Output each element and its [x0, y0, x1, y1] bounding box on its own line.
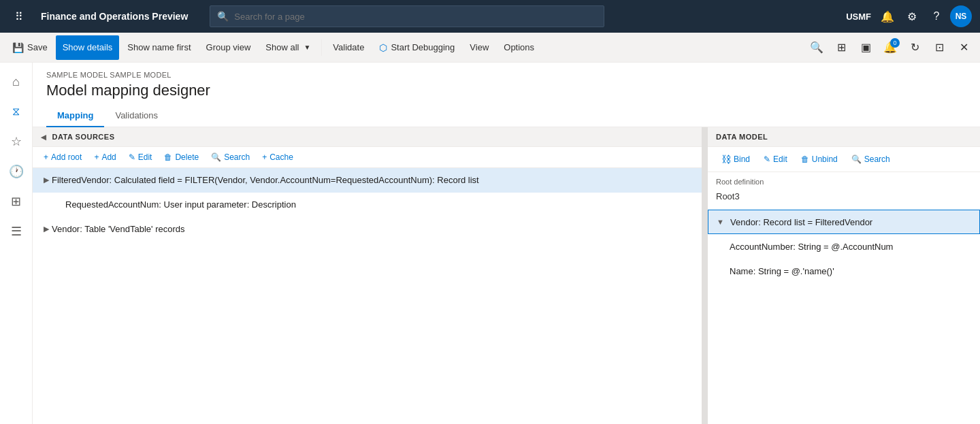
right-tree-text-0: Vendor: Record list = FilteredVendor	[730, 217, 872, 227]
toolbar-right-icons: 🔍 ⊞ ▣ 🔔 0 ↻ ⊡ ✕	[806, 37, 975, 59]
bind-button[interactable]: ⛓ Bind	[716, 151, 755, 167]
edit-left-button[interactable]: ✎ Edit	[123, 150, 158, 165]
global-search[interactable]: 🔍	[210, 5, 604, 27]
tab-validations[interactable]: Validations	[104, 105, 169, 127]
right-tree-text-2: Name: String = @.'name()'	[730, 266, 834, 276]
left-pane: ◀ DATA SOURCES + Add root + Add ✎	[33, 127, 704, 424]
apps-icon[interactable]: ⠿	[8, 5, 30, 27]
left-pane-toolbar: + Add root + Add ✎ Edit 🗑 Delete	[33, 147, 702, 168]
sidebar-filter-icon[interactable]: ⧖	[3, 98, 30, 125]
show-all-dropdown-arrow: ▼	[304, 44, 310, 51]
edit-right-icon: ✎	[764, 154, 770, 164]
main-layout: ⌂ ⧖ ☆ 🕐 ⊞ ☰ SAMPLE MODEL SAMPLE MODEL Mo…	[0, 63, 980, 424]
breadcrumb: SAMPLE MODEL SAMPLE MODEL	[46, 71, 966, 79]
sidebar-favorites-icon[interactable]: ☆	[3, 128, 30, 155]
open-new-icon[interactable]: ⊡	[928, 37, 950, 59]
save-button[interactable]: 💾 Save	[5, 35, 54, 60]
layout-icon[interactable]: ▣	[855, 37, 877, 59]
cache-icon: +	[262, 152, 267, 162]
add-icon: +	[94, 152, 99, 162]
right-pane-toolbar: ⛓ Bind ✎ Edit 🗑 Unbind 🔍 Search	[708, 147, 980, 172]
add-button[interactable]: + Add	[88, 150, 121, 165]
options-button[interactable]: Options	[497, 35, 541, 60]
root-definition-label: Root definition	[708, 172, 980, 189]
refresh-icon[interactable]: ↻	[904, 37, 926, 59]
tree-item[interactable]: ▶ FilteredVendor: Calculated field = FIL…	[33, 168, 702, 193]
show-details-button[interactable]: Show details	[56, 35, 120, 60]
save-icon: 💾	[12, 42, 24, 53]
tree-item[interactable]: ▶ Vendor: Table 'VendTable' records	[33, 217, 702, 242]
right-tree-text-1: AccountNumber: String = @.AccountNum	[730, 242, 893, 252]
search-left-icon: 🔍	[211, 152, 221, 162]
tree-toggle-0[interactable]: ▶	[41, 175, 52, 186]
right-toggle-0[interactable]: ▼	[717, 218, 728, 226]
top-nav: ⠿ Finance and Operations Preview 🔍 USMF …	[0, 0, 980, 33]
notification-icon[interactable]: 🔔	[877, 5, 898, 27]
tree-item-text-2: Vendor: Table 'VendTable' records	[52, 224, 696, 234]
root-definition-value: Root3	[708, 189, 980, 210]
add-root-button[interactable]: + Add root	[38, 150, 87, 165]
sidebar-workspace-icon[interactable]: ⊞	[3, 188, 30, 215]
left-pane-collapse-icon[interactable]: ◀	[41, 133, 47, 141]
close-icon[interactable]: ✕	[953, 37, 975, 59]
tab-mapping[interactable]: Mapping	[46, 105, 104, 127]
split-panes: ◀ DATA SOURCES + Add root + Add ✎	[33, 127, 980, 424]
right-pane-header: DATA MODEL	[708, 127, 980, 147]
grid-icon[interactable]: ⊞	[830, 37, 852, 59]
left-pane-header: ◀ DATA SOURCES	[33, 127, 702, 147]
sidebar: ⌂ ⧖ ☆ 🕐 ⊞ ☰	[0, 63, 33, 424]
search-input[interactable]	[234, 12, 597, 22]
search-left-button[interactable]: 🔍 Search	[206, 150, 255, 165]
left-pane-content: ▶ FilteredVendor: Calculated field = FIL…	[33, 168, 702, 424]
delete-icon: 🗑	[164, 152, 172, 162]
sidebar-home-icon[interactable]: ⌂	[3, 68, 30, 95]
right-tree-item[interactable]: AccountNumber: String = @.AccountNum	[708, 234, 980, 259]
edit-left-icon: ✎	[129, 152, 135, 162]
tree-toggle-2[interactable]: ▶	[41, 224, 52, 235]
top-nav-right: USMF 🔔 ⚙ ? NS	[846, 5, 972, 27]
tree-item-text-1: RequestedAccountNum: User input paramete…	[65, 199, 696, 210]
bind-icon: ⛓	[721, 154, 731, 165]
add-root-icon: +	[44, 152, 48, 162]
tree-item[interactable]: RequestedAccountNum: User input paramete…	[33, 193, 702, 217]
user-avatar[interactable]: NS	[950, 5, 972, 27]
unbind-icon: 🗑	[801, 154, 809, 164]
search-right-button[interactable]: 🔍 Search	[846, 152, 896, 167]
search-toolbar-icon[interactable]: 🔍	[806, 37, 828, 59]
unbind-button[interactable]: 🗑 Unbind	[796, 152, 843, 167]
sidebar-recent-icon[interactable]: 🕐	[3, 158, 30, 185]
view-button[interactable]: View	[463, 35, 495, 60]
show-name-first-button[interactable]: Show name first	[120, 35, 197, 60]
show-all-button[interactable]: Show all ▼	[259, 35, 317, 60]
right-pane: DATA MODEL ⛓ Bind ✎ Edit 🗑 Unbind	[708, 127, 980, 424]
content-area: SAMPLE MODEL SAMPLE MODEL Model mapping …	[33, 63, 980, 424]
tree-item-text-0: FilteredVendor: Calculated field = FILTE…	[52, 175, 696, 185]
debug-icon: ⬡	[379, 42, 387, 53]
delete-button[interactable]: 🗑 Delete	[159, 150, 204, 165]
app-title: Finance and Operations Preview	[41, 11, 188, 22]
group-view-button[interactable]: Group view	[199, 35, 258, 60]
sidebar-list-icon[interactable]: ☰	[3, 218, 30, 245]
search-icon: 🔍	[217, 11, 229, 22]
page-title: Model mapping designer	[46, 82, 966, 99]
page-header: SAMPLE MODEL SAMPLE MODEL Model mapping …	[33, 63, 980, 127]
start-debugging-button[interactable]: ⬡ Start Debugging	[372, 35, 461, 60]
right-tree-item[interactable]: Name: String = @.'name()'	[708, 259, 980, 283]
tree-toggle-spacer	[54, 199, 65, 210]
toolbar-divider	[321, 39, 322, 56]
settings-icon[interactable]: ⚙	[901, 5, 923, 27]
edit-right-button[interactable]: ✎ Edit	[758, 152, 793, 167]
main-toolbar: 💾 Save Show details Show name first Grou…	[0, 33, 980, 63]
help-icon[interactable]: ?	[926, 5, 947, 27]
notifications-badge-icon[interactable]: 🔔 0	[879, 37, 901, 59]
badge: 0	[890, 38, 900, 48]
cache-button[interactable]: + Cache	[257, 150, 299, 165]
search-right-icon: 🔍	[851, 154, 862, 164]
validate-button[interactable]: Validate	[326, 35, 371, 60]
company-label: USMF	[846, 12, 871, 22]
right-tree-item[interactable]: ▼ Vendor: Record list = FilteredVendor	[708, 210, 980, 234]
page-tabs: Mapping Validations	[46, 105, 966, 127]
